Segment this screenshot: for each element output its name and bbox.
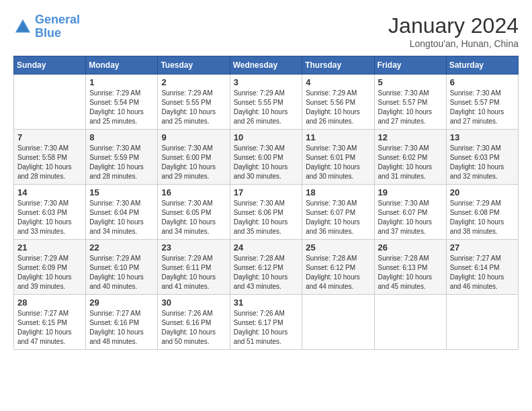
day-info: Sunrise: 7:29 AM Sunset: 6:11 PM Dayligh… (161, 254, 226, 291)
day-info: Sunrise: 7:30 AM Sunset: 6:04 PM Dayligh… (89, 199, 154, 236)
calendar-cell: 12Sunrise: 7:30 AM Sunset: 6:02 PM Dayli… (374, 130, 446, 185)
day-number: 15 (89, 187, 154, 197)
calendar-cell: 23Sunrise: 7:29 AM Sunset: 6:11 PM Dayli… (158, 240, 230, 295)
calendar-cell: 9Sunrise: 7:30 AM Sunset: 6:00 PM Daylig… (158, 130, 230, 185)
day-info: Sunrise: 7:30 AM Sunset: 6:06 PM Dayligh… (234, 199, 299, 236)
calendar-cell: 26Sunrise: 7:28 AM Sunset: 6:13 PM Dayli… (374, 240, 446, 295)
day-number: 18 (306, 187, 370, 197)
day-number: 14 (17, 187, 82, 197)
day-info: Sunrise: 7:29 AM Sunset: 6:10 PM Dayligh… (89, 254, 154, 291)
day-number: 1 (89, 77, 154, 87)
day-info: Sunrise: 7:27 AM Sunset: 6:14 PM Dayligh… (450, 254, 515, 291)
day-info: Sunrise: 7:29 AM Sunset: 5:56 PM Dayligh… (306, 89, 370, 126)
calendar-cell: 6Sunrise: 7:30 AM Sunset: 5:57 PM Daylig… (446, 75, 518, 130)
weekday-header-sunday: Sunday (14, 56, 86, 75)
day-info: Sunrise: 7:26 AM Sunset: 6:16 PM Dayligh… (161, 309, 226, 347)
calendar-cell (446, 295, 518, 350)
calendar-cell: 29Sunrise: 7:27 AM Sunset: 6:16 PM Dayli… (86, 295, 158, 350)
day-number: 20 (450, 187, 515, 197)
calendar-cell (14, 75, 86, 130)
calendar-week-1: 1Sunrise: 7:29 AM Sunset: 5:54 PM Daylig… (14, 75, 519, 130)
title-block: January 2024 Longtou'an, Hunan, China (388, 13, 519, 49)
day-info: Sunrise: 7:30 AM Sunset: 5:59 PM Dayligh… (89, 144, 154, 181)
calendar-cell: 25Sunrise: 7:28 AM Sunset: 6:12 PM Dayli… (302, 240, 374, 295)
calendar-table: SundayMondayTuesdayWednesdayThursdayFrid… (13, 56, 519, 350)
day-number: 9 (161, 132, 226, 142)
calendar-cell: 22Sunrise: 7:29 AM Sunset: 6:10 PM Dayli… (86, 240, 158, 295)
page-header: General Blue January 2024 Longtou'an, Hu… (13, 13, 519, 49)
calendar-week-4: 21Sunrise: 7:29 AM Sunset: 6:09 PM Dayli… (14, 240, 519, 295)
day-number: 28 (17, 298, 82, 308)
day-info: Sunrise: 7:27 AM Sunset: 6:16 PM Dayligh… (89, 309, 154, 347)
logo-icon (13, 17, 32, 36)
calendar-cell: 1Sunrise: 7:29 AM Sunset: 5:54 PM Daylig… (86, 75, 158, 130)
day-number: 10 (234, 132, 299, 142)
day-info: Sunrise: 7:28 AM Sunset: 6:13 PM Dayligh… (378, 254, 443, 291)
day-info: Sunrise: 7:29 AM Sunset: 6:09 PM Dayligh… (17, 254, 82, 291)
calendar-cell: 3Sunrise: 7:29 AM Sunset: 5:55 PM Daylig… (230, 75, 302, 130)
day-info: Sunrise: 7:29 AM Sunset: 5:54 PM Dayligh… (89, 89, 154, 126)
day-number: 21 (17, 242, 82, 253)
calendar-cell: 27Sunrise: 7:27 AM Sunset: 6:14 PM Dayli… (446, 240, 518, 295)
calendar-cell: 31Sunrise: 7:26 AM Sunset: 6:17 PM Dayli… (230, 295, 302, 350)
day-number: 16 (161, 187, 226, 197)
month-title: January 2024 (388, 13, 519, 38)
calendar-week-5: 28Sunrise: 7:27 AM Sunset: 6:15 PM Dayli… (14, 295, 519, 350)
day-number: 22 (89, 242, 154, 253)
day-info: Sunrise: 7:30 AM Sunset: 6:03 PM Dayligh… (17, 199, 82, 236)
calendar-cell: 5Sunrise: 7:30 AM Sunset: 5:57 PM Daylig… (374, 75, 446, 130)
calendar-week-2: 7Sunrise: 7:30 AM Sunset: 5:58 PM Daylig… (14, 130, 519, 185)
calendar-cell: 7Sunrise: 7:30 AM Sunset: 5:58 PM Daylig… (14, 130, 86, 185)
weekday-header-row: SundayMondayTuesdayWednesdayThursdayFrid… (14, 56, 519, 75)
calendar-cell: 20Sunrise: 7:29 AM Sunset: 6:08 PM Dayli… (446, 185, 518, 240)
day-info: Sunrise: 7:28 AM Sunset: 6:12 PM Dayligh… (306, 254, 370, 291)
day-number: 25 (306, 242, 370, 253)
calendar-cell: 17Sunrise: 7:30 AM Sunset: 6:06 PM Dayli… (230, 185, 302, 240)
calendar-cell: 28Sunrise: 7:27 AM Sunset: 6:15 PM Dayli… (14, 295, 86, 350)
calendar-cell: 21Sunrise: 7:29 AM Sunset: 6:09 PM Dayli… (14, 240, 86, 295)
calendar-cell: 4Sunrise: 7:29 AM Sunset: 5:56 PM Daylig… (302, 75, 374, 130)
calendar-cell: 18Sunrise: 7:30 AM Sunset: 6:07 PM Dayli… (302, 185, 374, 240)
day-info: Sunrise: 7:30 AM Sunset: 6:03 PM Dayligh… (450, 144, 515, 181)
day-number: 27 (450, 242, 515, 253)
day-info: Sunrise: 7:30 AM Sunset: 5:57 PM Dayligh… (378, 89, 443, 126)
logo-text: General Blue (35, 13, 80, 40)
day-info: Sunrise: 7:28 AM Sunset: 6:12 PM Dayligh… (234, 254, 299, 291)
day-info: Sunrise: 7:30 AM Sunset: 6:00 PM Dayligh… (161, 144, 226, 181)
calendar-week-3: 14Sunrise: 7:30 AM Sunset: 6:03 PM Dayli… (14, 185, 519, 240)
day-info: Sunrise: 7:30 AM Sunset: 6:07 PM Dayligh… (306, 199, 370, 236)
day-number: 30 (161, 298, 226, 308)
day-number: 5 (378, 77, 443, 87)
day-number: 19 (378, 187, 443, 197)
day-info: Sunrise: 7:29 AM Sunset: 6:08 PM Dayligh… (450, 199, 515, 236)
day-info: Sunrise: 7:30 AM Sunset: 6:05 PM Dayligh… (161, 199, 226, 236)
day-number: 2 (161, 77, 226, 87)
weekday-header-tuesday: Tuesday (158, 56, 230, 75)
day-info: Sunrise: 7:30 AM Sunset: 6:02 PM Dayligh… (378, 144, 443, 181)
calendar-cell: 13Sunrise: 7:30 AM Sunset: 6:03 PM Dayli… (446, 130, 518, 185)
day-number: 24 (234, 242, 299, 253)
day-number: 13 (450, 132, 515, 142)
calendar-cell: 15Sunrise: 7:30 AM Sunset: 6:04 PM Dayli… (86, 185, 158, 240)
calendar-cell: 19Sunrise: 7:30 AM Sunset: 6:07 PM Dayli… (374, 185, 446, 240)
weekday-header-friday: Friday (374, 56, 446, 75)
day-info: Sunrise: 7:30 AM Sunset: 6:07 PM Dayligh… (378, 199, 443, 236)
day-number: 26 (378, 242, 443, 253)
calendar-cell: 2Sunrise: 7:29 AM Sunset: 5:55 PM Daylig… (158, 75, 230, 130)
weekday-header-monday: Monday (86, 56, 158, 75)
day-number: 31 (234, 298, 299, 308)
day-info: Sunrise: 7:26 AM Sunset: 6:17 PM Dayligh… (234, 309, 299, 347)
day-number: 12 (378, 132, 443, 142)
calendar-cell: 14Sunrise: 7:30 AM Sunset: 6:03 PM Dayli… (14, 185, 86, 240)
location: Longtou'an, Hunan, China (388, 38, 519, 49)
day-number: 11 (306, 132, 370, 142)
day-info: Sunrise: 7:30 AM Sunset: 6:01 PM Dayligh… (306, 144, 370, 181)
weekday-header-wednesday: Wednesday (230, 56, 302, 75)
day-info: Sunrise: 7:30 AM Sunset: 5:58 PM Dayligh… (17, 144, 82, 181)
day-info: Sunrise: 7:30 AM Sunset: 5:57 PM Dayligh… (450, 89, 515, 126)
day-number: 8 (89, 132, 154, 142)
day-number: 29 (89, 298, 154, 308)
calendar-cell: 10Sunrise: 7:30 AM Sunset: 6:00 PM Dayli… (230, 130, 302, 185)
calendar-cell: 30Sunrise: 7:26 AM Sunset: 6:16 PM Dayli… (158, 295, 230, 350)
day-info: Sunrise: 7:27 AM Sunset: 6:15 PM Dayligh… (17, 309, 82, 347)
